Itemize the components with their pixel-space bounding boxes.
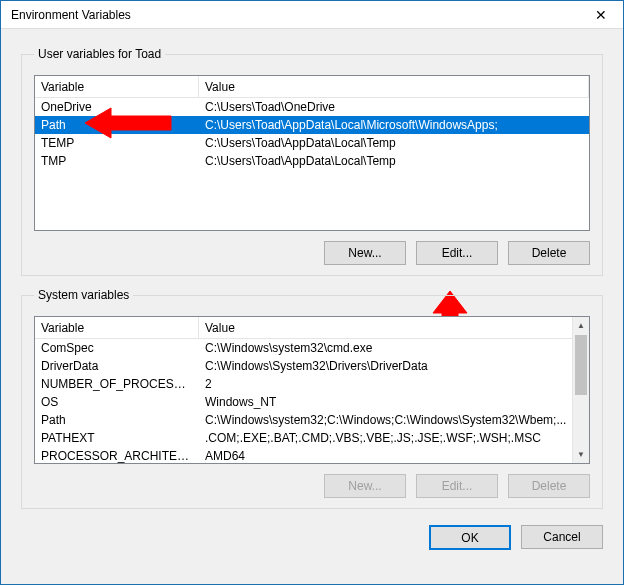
table-row[interactable]: OneDriveC:\Users\Toad\OneDrive [35,98,589,116]
var-name-cell: DriverData [35,359,199,373]
dialog-buttons-row: OK Cancel [21,525,603,550]
var-name-cell: TEMP [35,136,199,150]
table-row[interactable]: TEMPC:\Users\Toad\AppData\Local\Temp [35,134,589,152]
var-value-cell: AMD64 [199,449,589,463]
var-name-cell: PROCESSOR_ARCHITECTURE [35,449,199,463]
table-row[interactable]: PathC:\Users\Toad\AppData\Local\Microsof… [35,116,589,134]
system-variables-legend: System variables [34,288,133,302]
sys-col-variable[interactable]: Variable [35,317,199,338]
close-icon: ✕ [595,7,607,23]
table-row[interactable]: NUMBER_OF_PROCESSORS2 [35,375,589,393]
table-row[interactable]: PATHEXT.COM;.EXE;.BAT;.CMD;.VBS;.VBE;.JS… [35,429,589,447]
var-value-cell: 2 [199,377,589,391]
var-value-cell: C:\Users\Toad\AppData\Local\Microsoft\Wi… [199,118,589,132]
var-value-cell: .COM;.EXE;.BAT;.CMD;.VBS;.VBE;.JS;.JSE;.… [199,431,589,445]
sys-buttons-row: New... Edit... Delete [34,474,590,498]
var-value-cell: C:\Windows\system32;C:\Windows;C:\Window… [199,413,589,427]
scroll-up-icon[interactable]: ▲ [573,317,589,334]
window-title: Environment Variables [11,8,131,22]
close-button[interactable]: ✕ [579,1,623,29]
var-name-cell: Path [35,413,199,427]
cancel-button[interactable]: Cancel [521,525,603,549]
dialog-content: User variables for Toad Variable Value O… [1,29,623,584]
sys-new-button[interactable]: New... [324,474,406,498]
sys-scrollbar[interactable]: ▲ ▼ [572,317,589,463]
user-new-button[interactable]: New... [324,241,406,265]
var-name-cell: TMP [35,154,199,168]
table-row[interactable]: ComSpecC:\Windows\system32\cmd.exe [35,339,589,357]
user-col-variable[interactable]: Variable [35,76,199,97]
ok-button[interactable]: OK [429,525,511,550]
system-variables-list[interactable]: Variable Value ComSpecC:\Windows\system3… [34,316,590,464]
table-row[interactable]: TMPC:\Users\Toad\AppData\Local\Temp [35,152,589,170]
sys-col-value[interactable]: Value [199,317,589,338]
titlebar: Environment Variables ✕ [1,1,623,29]
sys-list-header: Variable Value [35,317,589,339]
user-list-header: Variable Value [35,76,589,98]
system-variables-group: System variables Variable Value ComSpecC… [21,288,603,509]
scroll-thumb[interactable] [575,335,587,395]
var-name-cell: PATHEXT [35,431,199,445]
user-variables-legend: User variables for Toad [34,47,165,61]
user-edit-button[interactable]: Edit... [416,241,498,265]
sys-edit-button[interactable]: Edit... [416,474,498,498]
table-row[interactable]: PathC:\Windows\system32;C:\Windows;C:\Wi… [35,411,589,429]
var-value-cell: C:\Windows\system32\cmd.exe [199,341,589,355]
var-name-cell: Path [35,118,199,132]
var-value-cell: C:\Users\Toad\OneDrive [199,100,589,114]
var-value-cell: Windows_NT [199,395,589,409]
user-col-value[interactable]: Value [199,76,589,97]
var-name-cell: OS [35,395,199,409]
var-name-cell: ComSpec [35,341,199,355]
user-buttons-row: New... Edit... Delete [34,241,590,265]
var-value-cell: C:\Users\Toad\AppData\Local\Temp [199,154,589,168]
user-variables-list[interactable]: Variable Value OneDriveC:\Users\Toad\One… [34,75,590,231]
var-value-cell: C:\Users\Toad\AppData\Local\Temp [199,136,589,150]
var-name-cell: OneDrive [35,100,199,114]
sys-delete-button[interactable]: Delete [508,474,590,498]
var-name-cell: NUMBER_OF_PROCESSORS [35,377,199,391]
table-row[interactable]: DriverDataC:\Windows\System32\Drivers\Dr… [35,357,589,375]
environment-variables-dialog: Environment Variables ✕ User variables f… [0,0,624,585]
table-row[interactable]: OSWindows_NT [35,393,589,411]
table-row[interactable]: PROCESSOR_ARCHITECTUREAMD64 [35,447,589,464]
scroll-down-icon[interactable]: ▼ [573,446,589,463]
user-delete-button[interactable]: Delete [508,241,590,265]
user-variables-group: User variables for Toad Variable Value O… [21,47,603,276]
var-value-cell: C:\Windows\System32\Drivers\DriverData [199,359,589,373]
